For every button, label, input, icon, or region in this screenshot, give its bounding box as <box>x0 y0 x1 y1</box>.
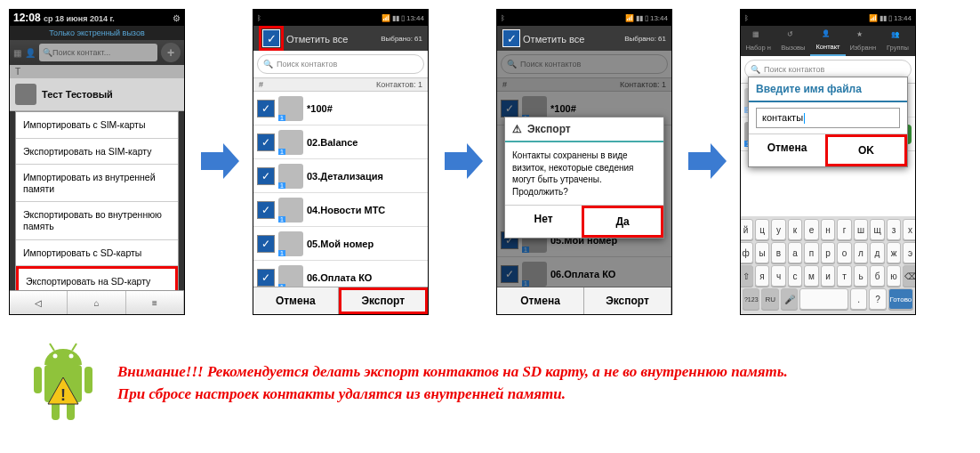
contact-name: 02.Balance <box>307 137 357 148</box>
key-ч[interactable]: ч <box>771 265 786 287</box>
select-all-header: ✓ Отметить все Выбрано: 61 <box>497 26 671 51</box>
menu-import-sd[interactable]: Импортировать с SD-карты <box>16 240 178 267</box>
key-в[interactable]: в <box>771 242 786 263</box>
key-е[interactable]: е <box>804 219 819 240</box>
key-space[interactable] <box>799 288 847 310</box>
contacts-icon[interactable]: 👤 <box>25 48 36 58</box>
key-lang[interactable]: RU <box>761 288 778 310</box>
export-button[interactable]: Экспорт <box>339 287 429 314</box>
status-bar: 12:08 ср 18 июня 2014 г. ⚙ <box>10 10 184 26</box>
warning-icon: ⚠ <box>512 123 522 135</box>
key-й[interactable]: й <box>740 219 753 240</box>
select-all-header: ✓ Отметить все Выбрано: 61 <box>253 26 428 51</box>
key-ы[interactable]: ы <box>755 242 770 263</box>
contact-row[interactable]: Тест Тестовый <box>10 78 184 111</box>
filename-input[interactable]: контакты <box>756 108 900 128</box>
dialog-ok-button[interactable]: OK <box>825 134 907 166</box>
menu-import-internal[interactable]: Импортировать из внутренней памяти <box>16 165 178 202</box>
menu-export-sim[interactable]: Экспортировать на SIM-карту <box>16 139 178 166</box>
contact-name: 04.Новости МТС <box>307 205 385 215</box>
key-shift[interactable]: ⇧ <box>740 265 753 287</box>
import-export-menu: Импортировать с SIM-карты Экспортировать… <box>15 111 179 298</box>
key-н[interactable]: н <box>821 219 836 240</box>
key-г[interactable]: г <box>837 219 852 240</box>
row-checkbox[interactable]: ✓ <box>257 235 275 253</box>
key-з[interactable]: з <box>887 219 902 240</box>
export-button[interactable]: Экспорт <box>584 287 671 314</box>
dialog-cancel-button[interactable]: Отмена <box>749 134 825 166</box>
status-bar: ᛒ 📶▮▮▯13:44 <box>741 10 915 26</box>
tab-favorites[interactable]: ★Избранн <box>846 26 880 56</box>
select-all-checkbox[interactable]: ✓ <box>262 29 280 47</box>
menu-import-sim[interactable]: Импортировать с SIM-карты <box>16 112 178 139</box>
tab-calls[interactable]: ↺Вызовы <box>775 26 810 56</box>
key-м[interactable]: м <box>804 265 819 287</box>
key-т[interactable]: т <box>837 265 852 287</box>
nav-home-icon[interactable]: ⌂ <box>68 291 125 314</box>
key-к[interactable]: к <box>788 219 803 240</box>
svg-point-4 <box>53 354 58 359</box>
key-ю[interactable]: ю <box>887 265 902 287</box>
keyboard: йцукенгшщзх фывапролджэ ⇧ячсмитьбю⌫ ?123… <box>741 216 915 314</box>
settings-icon[interactable]: ⚙ <box>173 13 181 23</box>
key-р[interactable]: р <box>821 242 836 263</box>
key-ж[interactable]: ж <box>887 242 902 263</box>
key-б[interactable]: б <box>870 265 885 287</box>
row-checkbox[interactable]: ✓ <box>257 201 275 219</box>
battery-icon: ▯ <box>401 14 405 22</box>
key-и[interactable]: и <box>821 265 836 287</box>
cancel-button[interactable]: Отмена <box>497 287 584 314</box>
contact-name: 03.Детализация <box>307 171 383 182</box>
key-о[interactable]: о <box>837 242 852 263</box>
nav-menu-icon[interactable]: ≡ <box>126 291 184 314</box>
key-backspace[interactable]: ⌫ <box>903 265 916 287</box>
svg-text:!: ! <box>60 386 66 404</box>
row-checkbox[interactable]: ✓ <box>257 167 275 185</box>
key-л[interactable]: л <box>854 242 869 263</box>
key-п[interactable]: п <box>804 242 819 263</box>
svg-rect-8 <box>34 367 42 393</box>
avatar <box>278 96 303 121</box>
contact-name: 05.Мой номер <box>307 239 374 249</box>
contact-row[interactable]: ✓04.Новости МТС <box>253 193 428 227</box>
search-input[interactable]: 🔍Поиск контактов <box>257 54 424 74</box>
key-symbols[interactable]: ?123 <box>743 288 759 310</box>
key-done[interactable]: Готово <box>888 288 913 310</box>
key-я[interactable]: я <box>755 265 770 287</box>
key-ь[interactable]: ь <box>854 265 869 287</box>
dial-icon[interactable]: ▦ <box>13 48 21 58</box>
key-д[interactable]: д <box>870 242 885 263</box>
tab-dialer[interactable]: ▦Набор н <box>741 26 775 56</box>
contact-row[interactable]: ✓05.Мой номер <box>253 227 428 261</box>
key-ф[interactable]: ф <box>740 242 753 263</box>
add-contact-button[interactable]: + <box>161 43 181 62</box>
select-all-checkbox[interactable]: ✓ <box>502 29 520 47</box>
menu-export-internal[interactable]: Экспортировать во внутреннюю память <box>16 202 178 239</box>
key-х[interactable]: х <box>903 219 916 240</box>
key-mic-icon[interactable]: 🎤 <box>781 288 798 310</box>
contact-list: ✓*100#✓02.Balance✓03.Детализация✓04.Ново… <box>253 92 428 315</box>
dialog-no-button[interactable]: Нет <box>505 206 582 238</box>
search-input[interactable]: 🔍 Поиск контакт... <box>39 44 157 61</box>
key-щ[interactable]: щ <box>870 219 885 240</box>
contact-row[interactable]: ✓03.Детализация <box>253 159 428 193</box>
key-ц[interactable]: ц <box>755 219 770 240</box>
nav-back-icon[interactable]: ◁ <box>10 291 68 314</box>
row-checkbox[interactable]: ✓ <box>257 269 275 287</box>
phone-screen-2: ᛒ 📶▮▮▯13:44 ✓ Отметить все Выбрано: 61 🔍… <box>253 9 429 315</box>
cancel-button[interactable]: Отмена <box>253 287 339 314</box>
tab-groups[interactable]: 👥Группы <box>880 26 915 56</box>
key-у[interactable]: у <box>771 219 786 240</box>
key-с[interactable]: с <box>788 265 803 287</box>
row-checkbox[interactable]: ✓ <box>257 133 275 151</box>
dialog-yes-button[interactable]: Да <box>582 206 663 238</box>
contact-row[interactable]: ✓*100# <box>253 92 428 125</box>
row-checkbox[interactable]: ✓ <box>257 100 275 117</box>
key-question[interactable]: ? <box>869 288 886 310</box>
key-ш[interactable]: ш <box>854 219 869 240</box>
tab-contacts[interactable]: 👤Контакт <box>810 26 845 56</box>
key-dot[interactable]: . <box>850 288 867 310</box>
key-э[interactable]: э <box>903 242 916 263</box>
contact-row[interactable]: ✓02.Balance <box>253 125 428 159</box>
key-а[interactable]: а <box>788 242 803 263</box>
